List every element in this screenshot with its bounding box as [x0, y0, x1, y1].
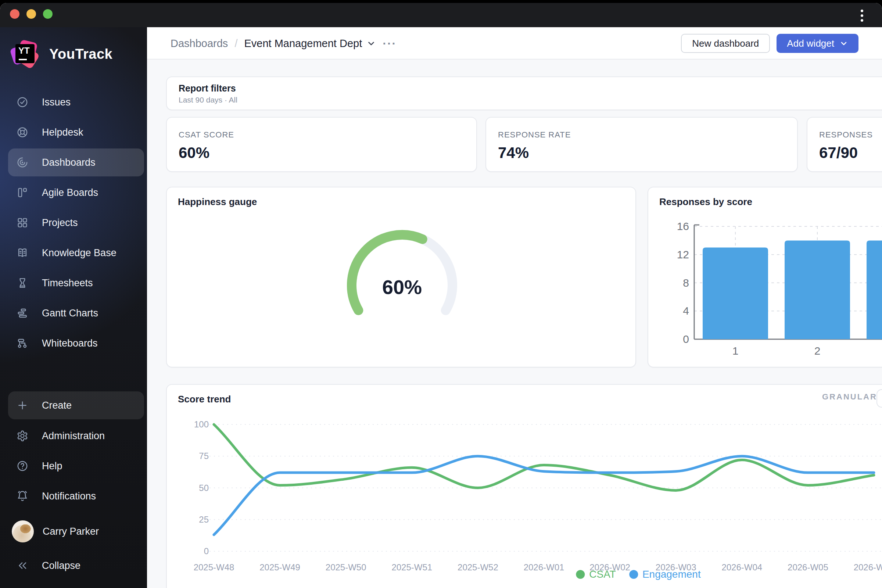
window-menu-kebab-icon[interactable]: [857, 8, 867, 24]
svg-text:2025-W51: 2025-W51: [392, 562, 432, 572]
add-widget-label: Add widget: [787, 38, 834, 49]
report-filters-title: Report filters: [178, 83, 236, 94]
sidebar-item-agile-boards[interactable]: Agile Boards: [8, 178, 144, 207]
help-icon: [16, 460, 28, 472]
legend-label: CSAT: [589, 568, 616, 580]
kpi-card-response-rate: RESPONSE RATE74%: [486, 117, 798, 172]
sidebar-item-label: Whiteboards: [42, 338, 98, 349]
sidebar-item-notifications[interactable]: Notifications: [8, 482, 144, 510]
svg-text:75: 75: [199, 451, 209, 461]
svg-text:50: 50: [199, 483, 209, 493]
sidebar-item-helpdesk[interactable]: Helpdesk: [8, 118, 144, 146]
main-content: Dashboards / Event Management Dept ··· N…: [147, 27, 882, 588]
happiness-gauge-widget: Happiness gauge 60%: [166, 187, 636, 368]
svg-text:2025-W48: 2025-W48: [194, 562, 234, 572]
sidebar-item-label: Knowledge Base: [42, 248, 117, 259]
legend-item-csat[interactable]: CSAT: [576, 568, 616, 580]
dashboard-title-dropdown[interactable]: Event Management Dept: [244, 38, 376, 50]
legend-item-engagement[interactable]: Engagement: [629, 568, 701, 580]
sidebar: YT YouTrack IssuesHelpdeskDashboardsAgil…: [0, 27, 147, 588]
breadcrumb-separator: /: [234, 38, 237, 50]
svg-text:12: 12: [677, 248, 689, 261]
legend-label: Engagement: [642, 568, 701, 580]
avatar: [12, 520, 34, 542]
sidebar-item-label: Dashboards: [42, 157, 96, 168]
score-trend-chart: 02550751002025-W482025-W492025-W502025-W…: [167, 385, 882, 588]
report-filters-card[interactable]: Report filters Last 90 days · All: [166, 76, 882, 110]
issues-icon: [16, 96, 28, 108]
more-options-ellipsis-icon[interactable]: ···: [382, 37, 396, 50]
svg-text:2026-W05: 2026-W05: [788, 562, 828, 572]
chevron-down-icon: [366, 39, 376, 48]
timesheets-icon: [16, 277, 28, 289]
close-window-button[interactable]: [10, 9, 20, 19]
svg-text:0: 0: [204, 546, 209, 556]
svg-text:2025-W52: 2025-W52: [458, 562, 498, 572]
kpi-value: 67/90: [819, 144, 858, 162]
youtrack-logo-icon: YT: [14, 43, 37, 65]
page-title: Event Management Dept: [244, 38, 362, 50]
svg-text:2026-W06: 2026-W06: [854, 562, 882, 572]
kpi-card-csat-score: CSAT SCORE60%: [166, 117, 477, 172]
kpi-value: 74%: [498, 144, 529, 162]
sidebar-item-label: Issues: [42, 97, 70, 108]
svg-text:60%: 60%: [382, 276, 422, 298]
kpi-label: RESPONSE RATE: [498, 130, 571, 140]
sidebar-item-knowledge-base[interactable]: Knowledge Base: [8, 239, 144, 267]
sidebar-item-label: Timesheets: [42, 278, 93, 289]
sidebar-collapse-button[interactable]: Collapse: [8, 552, 144, 579]
legend-dot-icon: [629, 570, 638, 579]
sidebar-create-button[interactable]: Create: [8, 392, 144, 419]
minimize-window-button[interactable]: [27, 9, 36, 19]
kpi-label: CSAT SCORE: [178, 130, 234, 140]
sidebar-item-label: Agile Boards: [42, 187, 98, 198]
svg-text:2026-W01: 2026-W01: [524, 562, 564, 572]
kpi-value: 60%: [178, 144, 210, 162]
brand-name: YouTrack: [49, 46, 112, 62]
report-filters-summary: Last 90 days · All: [178, 96, 237, 104]
score-trend-widget: Score trend GRANULARITY 02550751002025-W…: [166, 384, 882, 588]
logo-text: YT: [18, 46, 30, 56]
kpi-card-responses: RESPONSES67/90: [807, 117, 882, 172]
app-window: YT YouTrack IssuesHelpdeskDashboardsAgil…: [0, 3, 882, 588]
svg-text:2025-W50: 2025-W50: [326, 562, 366, 572]
new-dashboard-button[interactable]: New dashboard: [681, 34, 770, 53]
breadcrumb: Dashboards / Event Management Dept ···: [171, 27, 396, 60]
user-name: Carry Parker: [43, 526, 99, 537]
svg-text:2026-W04: 2026-W04: [722, 562, 762, 572]
svg-text:4: 4: [683, 304, 689, 317]
sidebar-item-label: Notifications: [42, 490, 96, 502]
sidebar-item-issues[interactable]: Issues: [8, 88, 144, 116]
sidebar-item-dashboards[interactable]: Dashboards: [8, 148, 144, 176]
sidebar-item-label: Administration: [42, 430, 105, 442]
sidebar-item-gantt-charts[interactable]: Gantt Charts: [8, 299, 144, 327]
svg-text:2: 2: [814, 345, 820, 357]
main-header: Dashboards / Event Management Dept ··· N…: [147, 27, 882, 60]
sidebar-item-label: Projects: [42, 217, 78, 229]
sidebar-item-label: Help: [42, 460, 63, 472]
plus-icon: [16, 399, 28, 412]
gear-icon: [16, 430, 28, 442]
brand[interactable]: YT YouTrack: [14, 43, 112, 65]
breadcrumb-dashboards-link[interactable]: Dashboards: [171, 38, 228, 50]
svg-text:0: 0: [683, 333, 689, 345]
bell-icon: [16, 490, 28, 502]
sidebar-item-administration[interactable]: Administration: [8, 422, 144, 450]
sidebar-item-projects[interactable]: Projects: [8, 209, 144, 237]
maximize-window-button[interactable]: [43, 9, 52, 19]
sidebar-item-help[interactable]: Help: [8, 452, 144, 480]
legend-dot-icon: [576, 570, 585, 579]
svg-text:25: 25: [199, 514, 209, 524]
svg-text:8: 8: [683, 277, 689, 289]
add-widget-button[interactable]: Add widget: [777, 34, 858, 53]
sidebar-item-whiteboards[interactable]: Whiteboards: [8, 329, 144, 357]
sidebar-item-timesheets[interactable]: Timesheets: [8, 269, 144, 297]
header-actions: New dashboard Add widget: [681, 34, 858, 53]
window-titlebar: [0, 3, 882, 27]
svg-text:2025-W49: 2025-W49: [260, 562, 300, 572]
dashboards-icon: [16, 156, 28, 169]
svg-text:100: 100: [194, 419, 209, 429]
sidebar-user-profile[interactable]: Carry Parker: [8, 518, 144, 545]
responses-by-score-widget: Responses by score 0481216123: [648, 187, 882, 368]
sidebar-item-label: Helpdesk: [42, 127, 83, 138]
